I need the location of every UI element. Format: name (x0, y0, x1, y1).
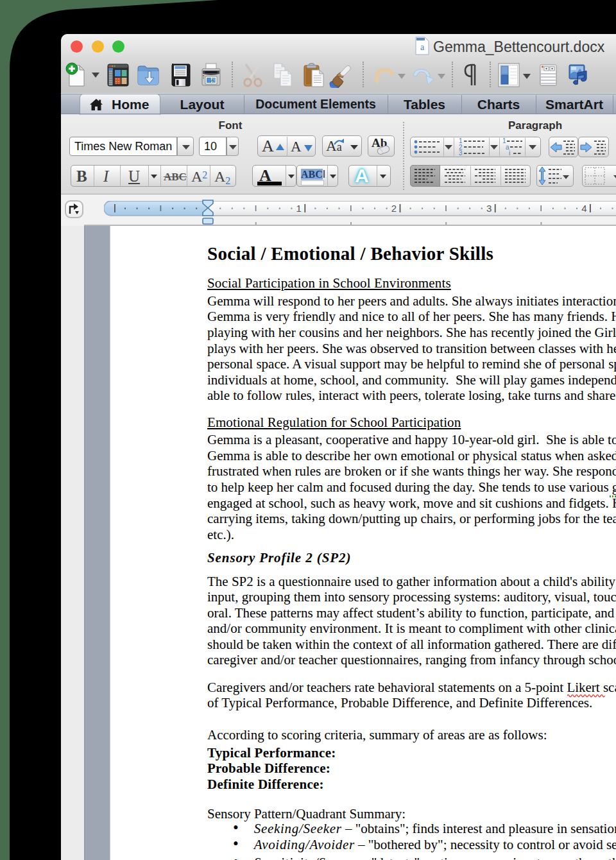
svg-text:3: 3 (459, 150, 463, 156)
svg-text:3: 3 (486, 203, 492, 214)
svg-text:4: 4 (581, 203, 586, 214)
svg-text:2: 2 (391, 203, 397, 214)
svg-text:a: a (420, 42, 425, 52)
svg-text:i: i (509, 150, 510, 156)
svg-text:1: 1 (296, 203, 302, 214)
